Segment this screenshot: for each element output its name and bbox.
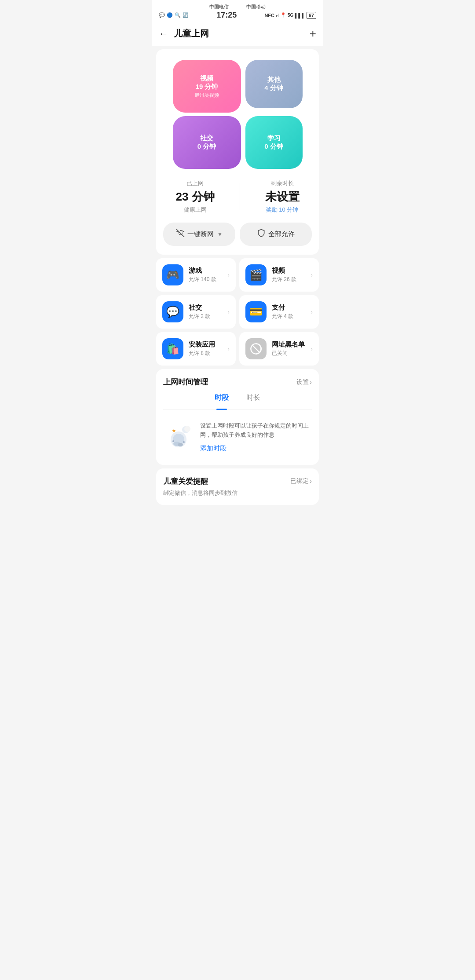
care-header: 儿童关爱提醒 已绑定 › [163, 476, 312, 486]
category-card-social[interactable]: 💬 社交 允许 2 款 › [156, 295, 236, 329]
back-button[interactable]: ← [159, 28, 168, 40]
game-icon: 🎮 [162, 264, 183, 285]
blacklist-info: 网址黑名单 已关闭 [272, 340, 305, 357]
remain-label: 剩余时长 [271, 179, 294, 187]
video-cat-icon: 🎬 [245, 264, 267, 285]
category-card-payment[interactable]: 💳 支付 允许 4 款 › [239, 295, 319, 329]
child-care-section: 儿童关爱提醒 已绑定 › 绑定微信，消息将同步到微信 [156, 468, 319, 505]
time-section-title: 上网时间管理 [163, 377, 208, 387]
disconnect-button[interactable]: 一键断网 ▼ [163, 223, 235, 246]
tab-period[interactable]: 时段 [215, 393, 229, 405]
care-title: 儿童关爱提醒 [163, 476, 208, 486]
game-arrow-icon: › [227, 271, 230, 278]
payment-count: 允许 4 款 [272, 313, 305, 320]
allow-all-button[interactable]: 全部允许 [240, 223, 312, 246]
payment-arrow-icon: › [311, 308, 313, 315]
online-sub: 健康上网 [184, 206, 207, 214]
dropdown-arrow-icon: ▼ [217, 231, 223, 238]
time-description: 设置上网时段可以让孩子在你规定的时间上网，帮助孩子养成良好的作息 [200, 421, 312, 440]
signal-bars-icon: ▌▌▌ [295, 13, 305, 18]
category-row-3: 🛍️ 安装应用 允许 8 款 › 网址黑名单 已关闭 › [156, 332, 319, 366]
time-management-section: 上网时间管理 设置 › 时段 时长 ★ [156, 369, 319, 465]
blacklist-name: 网址黑名单 [272, 340, 305, 349]
settings-label: 设置 [296, 378, 309, 386]
disconnect-label: 一键断网 [187, 230, 214, 238]
video-cat-name: 视频 [272, 267, 305, 275]
allow-all-label: 全部允许 [268, 230, 295, 238]
bluetooth-icon: ⑁ [276, 13, 279, 18]
care-status-label: 已绑定 [290, 477, 309, 485]
install-arrow-icon: › [227, 345, 230, 352]
social-label: 社交 [200, 134, 213, 143]
app-icon: 🔄 [183, 12, 189, 18]
time-text-content: 设置上网时段可以让孩子在你规定的时间上网，帮助孩子养成良好的作息 添加时段 [200, 421, 312, 453]
status-bar: 中国电信 中国移动 💬 🔵 🔍 🔄 17:25 NFC ⑁ 📍 5G ▌▌▌ 6… [152, 0, 323, 22]
install-icon: 🛍️ [162, 338, 183, 359]
study-bubble[interactable]: 学习 0 分钟 [245, 116, 303, 169]
video-label: 视频 [200, 74, 213, 83]
time-content: ★ 设置上网时段可以让孩子在你规定的时间上网，帮助孩子养成良好的作息 添加时段 [163, 417, 312, 457]
category-card-blacklist[interactable]: 网址黑名单 已关闭 › [239, 332, 319, 366]
svg-point-7 [178, 443, 183, 446]
carrier1: 中国电信 [209, 4, 229, 10]
carrier2: 中国移动 [246, 4, 266, 10]
blacklist-arrow-icon: › [311, 345, 313, 352]
usage-bubble-chart: 视频 19 分钟 腾讯类视频 其他 4 分钟 社交 0 分钟 学习 0 分钟 [163, 58, 312, 171]
social-cat-arrow-icon: › [227, 308, 230, 315]
game-count: 允许 140 款 [189, 276, 222, 283]
tab-duration[interactable]: 时长 [246, 393, 260, 405]
online-label: 已上网 [186, 179, 204, 187]
svg-point-9 [184, 426, 190, 432]
online-stat: 已上网 23 分钟 健康上网 [175, 179, 214, 214]
category-card-game[interactable]: 🎮 游戏 允许 140 款 › [156, 258, 236, 292]
blacklist-count: 已关闭 [272, 350, 305, 357]
time-tabs: 时段 时长 [163, 393, 312, 410]
video-sub: 腾讯类视频 [195, 92, 219, 99]
care-arrow-icon: › [310, 478, 312, 485]
shield-icon [257, 229, 266, 240]
reward-label[interactable]: 奖励 10 分钟 [266, 206, 299, 214]
other-label: 其他 [267, 76, 281, 84]
other-bubble[interactable]: 其他 4 分钟 [245, 60, 303, 108]
video-bubble[interactable]: 视频 19 分钟 腾讯类视频 [173, 60, 241, 113]
game-name: 游戏 [189, 267, 222, 275]
video-cat-count: 允许 26 款 [272, 276, 305, 283]
install-name: 安装应用 [189, 340, 222, 349]
blacklist-icon [245, 338, 267, 359]
action-buttons: 一键断网 ▼ 全部允许 [163, 223, 312, 246]
settings-arrow-icon: › [310, 379, 312, 386]
battery-icon: 67 [307, 12, 316, 19]
stats-row: 已上网 23 分钟 健康上网 剩余时长 未设置 奖励 10 分钟 [163, 179, 312, 214]
location-icon: 📍 [280, 12, 286, 18]
add-button[interactable]: + [310, 27, 316, 40]
time-settings-link[interactable]: 设置 › [296, 378, 312, 386]
payment-name: 支付 [272, 304, 305, 312]
page-title: 儿童上网 [174, 28, 209, 40]
nfc-icon: NFC [264, 13, 274, 18]
social-bubble[interactable]: 社交 0 分钟 [173, 116, 241, 169]
nav-icon: 🔵 [167, 12, 173, 18]
video-time: 19 分钟 [196, 83, 218, 91]
message-icon: 💬 [159, 12, 165, 18]
add-period-button[interactable]: 添加时段 [200, 444, 227, 452]
social-cat-count: 允许 2 款 [189, 313, 222, 320]
signal-5g-icon: 5G [288, 13, 293, 18]
social-cat-info: 社交 允许 2 款 [189, 304, 222, 320]
wifi-off-icon [176, 229, 185, 240]
install-info: 安装应用 允许 8 款 [189, 340, 222, 357]
svg-line-3 [252, 345, 259, 352]
category-card-video[interactable]: 🎬 视频 允许 26 款 › [239, 258, 319, 292]
study-time: 0 分钟 [264, 143, 283, 151]
care-description: 绑定微信，消息将同步到微信 [163, 489, 312, 497]
social-cat-name: 社交 [189, 304, 222, 312]
other-time: 4 分钟 [264, 84, 283, 92]
category-card-install[interactable]: 🛍️ 安装应用 允许 8 款 › [156, 332, 236, 366]
payment-info: 支付 允许 4 款 [272, 304, 305, 320]
search-icon: 🔍 [175, 12, 181, 18]
video-cat-info: 视频 允许 26 款 [272, 267, 305, 283]
install-count: 允许 8 款 [189, 350, 222, 357]
category-section: 🎮 游戏 允许 140 款 › 🎬 视频 允许 26 款 › 💬 社交 允许 2… [156, 258, 319, 366]
remain-stat: 剩余时长 未设置 奖励 10 分钟 [265, 179, 300, 214]
category-row-1: 🎮 游戏 允许 140 款 › 🎬 视频 允许 26 款 › [156, 258, 319, 292]
care-status-link[interactable]: 已绑定 › [290, 477, 312, 485]
